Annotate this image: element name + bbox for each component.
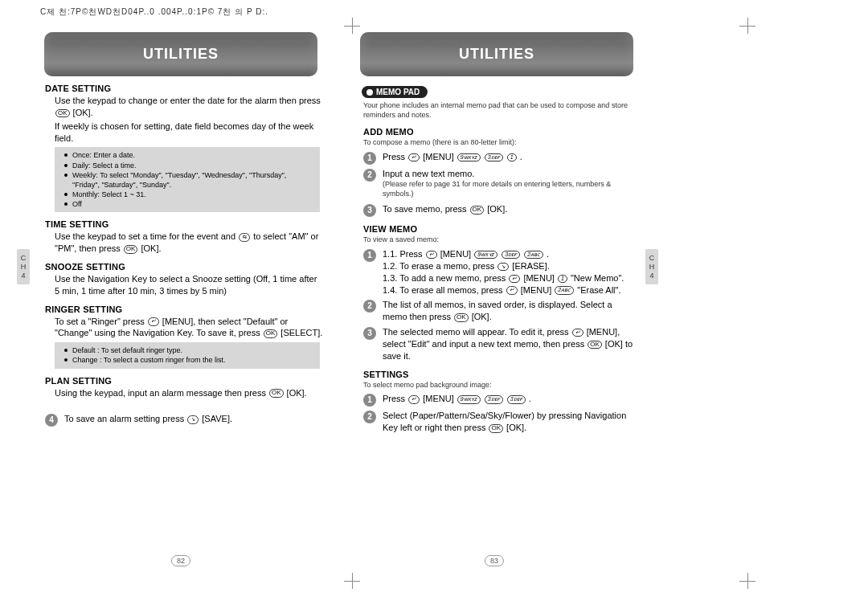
view-memo-title: VIEW MEMO	[363, 224, 641, 234]
crop-mark-icon	[739, 18, 755, 34]
save-step: 4 To save an alarm setting press ↘ [SAVE…	[45, 413, 323, 427]
time-setting-text: Use the keypad to set a time for the eve…	[55, 231, 323, 255]
ok-icon: OK	[124, 245, 138, 254]
step-number: 3	[363, 327, 376, 340]
memo-intro: Your phone includes an internal memo pad…	[363, 101, 637, 120]
key-9-icon: 9ᴡxʏz	[457, 153, 481, 161]
time-setting-title: TIME SETTING	[45, 219, 328, 229]
ok-icon: OK	[269, 389, 284, 398]
plan-setting-title: PLAN SETTING	[45, 376, 328, 386]
key-1-icon: 1	[507, 153, 517, 161]
key-3-icon: 3ᴅᴇғ	[485, 153, 503, 161]
chapter-tab: C H 4	[645, 249, 658, 284]
step-number: 3	[363, 204, 376, 217]
page-title: UTILITIES	[44, 32, 317, 76]
menu-icon: ↵	[572, 329, 583, 337]
key-3-icon: 3ᴅᴇғ	[485, 395, 503, 403]
view-memo-intro: To view a saved memo:	[363, 235, 637, 245]
menu-icon: ↵	[148, 317, 159, 325]
ok-icon: OK	[264, 329, 278, 338]
chapter-tab: C H 4	[17, 249, 30, 284]
add-memo-step-2: 2 Input a new text memo. (Please refer t…	[363, 168, 637, 200]
settings-title: SETTINGS	[363, 370, 641, 379]
page-number: 82	[171, 555, 190, 566]
menu-icon: ↵	[408, 153, 420, 161]
ringer-setting-text: To set a "Ringer" press ↵ [MENU], then s…	[55, 316, 323, 340]
key-1-icon: 1	[558, 275, 567, 283]
step-number: 2	[363, 411, 376, 423]
page-header-text: C제 천:7P©천WD천D04P..0 .004P..0:1P© 7천 의 P …	[40, 6, 268, 18]
settings-step-2: 2 Select (Paper/Pattern/Sea/Sky/Flower) …	[363, 410, 637, 434]
plan-setting-text: Using the keypad, input an alarm message…	[55, 387, 323, 399]
step-number: 2	[363, 169, 376, 182]
key-2-icon: 2ᴀʙᴄ	[524, 251, 543, 259]
crop-mark-icon	[739, 573, 755, 589]
menu-icon: ↵	[509, 275, 520, 283]
view-memo-step-1: 1 1.1. Press ↵ [MENU] 9ᴡxʏz 3ᴅᴇғ 2ᴀʙᴄ . …	[363, 248, 637, 296]
date-setting-text: Use the keypad to change or enter the da…	[55, 95, 323, 119]
date-setting-title: DATE SETTING	[45, 84, 328, 93]
menu-icon: ↵	[426, 251, 437, 259]
step-number: 1	[363, 394, 376, 407]
dot-icon	[366, 89, 373, 96]
manual-page-right: C H 4 UTILITIES MEMO PAD Your phone incl…	[338, 32, 651, 566]
menu-icon: ↵	[506, 286, 518, 294]
crop-mark-icon	[344, 573, 360, 589]
ringer-setting-notes: Default : To set default ringer type. Ch…	[55, 342, 320, 368]
key-9-icon: 9ᴡxʏz	[474, 251, 497, 259]
save-icon: ↘	[187, 415, 199, 423]
memo-pad-badge: MEMO PAD	[362, 86, 428, 98]
add-memo-intro: To compose a memo (there is an 80-letter…	[363, 138, 637, 148]
snooze-setting-text: Use the Navigation Key to select a Snooz…	[55, 273, 323, 297]
page-number: 83	[485, 555, 504, 566]
step-number: 4	[45, 414, 58, 427]
snooze-setting-title: SNOOZE SETTING	[45, 262, 328, 272]
date-setting-notes: Once: Enter a date. Daily: Select a time…	[55, 147, 320, 212]
erase-icon: ↘	[497, 263, 509, 271]
key-9-icon: 9ᴡxʏz	[457, 395, 481, 403]
ok-icon: OK	[470, 206, 485, 215]
page-title: UTILITIES	[360, 32, 633, 76]
key-3-icon: 3ᴅᴇғ	[507, 395, 526, 403]
ok-icon: OK	[489, 424, 503, 433]
add-memo-title: ADD MEMO	[363, 127, 641, 137]
settings-intro: To select memo pad background image:	[363, 381, 637, 390]
step-number: 1	[363, 152, 376, 165]
key-3-icon: 3ᴅᴇғ	[502, 251, 520, 259]
step-number: 1	[363, 249, 376, 262]
date-setting-text-2: If weekly is chosen for setting, date fi…	[55, 121, 323, 145]
add-memo-step-1: 1 Press ↵ [MENU] 9ᴡxʏz 3ᴅᴇғ 1 .	[363, 151, 637, 165]
view-memo-step-2: 2 The list of all memos, in saved order,…	[363, 299, 637, 323]
menu-icon: ↵	[408, 395, 420, 403]
ringer-setting-title: RINGER SETTING	[45, 304, 328, 314]
step-number: 2	[363, 300, 376, 313]
ok-icon: OK	[55, 109, 70, 118]
view-memo-step-3: 3 The selected memo will appear. To edit…	[363, 326, 637, 362]
nav-icon: ⇆	[239, 233, 250, 241]
add-memo-step-3: 3 To save memo, press OK [OK].	[363, 203, 637, 217]
ok-icon: OK	[588, 341, 602, 349]
manual-page-left: C H 4 UTILITIES DATE SETTING Use the key…	[24, 32, 338, 566]
ok-icon: OK	[454, 313, 469, 322]
crop-mark-icon	[344, 18, 360, 34]
settings-step-1: 1 Press ↵ [MENU] 9ᴡxʏz 3ᴅᴇғ 3ᴅᴇғ .	[363, 393, 637, 407]
key-2-icon: 2ᴀʙᴄ	[555, 286, 574, 294]
